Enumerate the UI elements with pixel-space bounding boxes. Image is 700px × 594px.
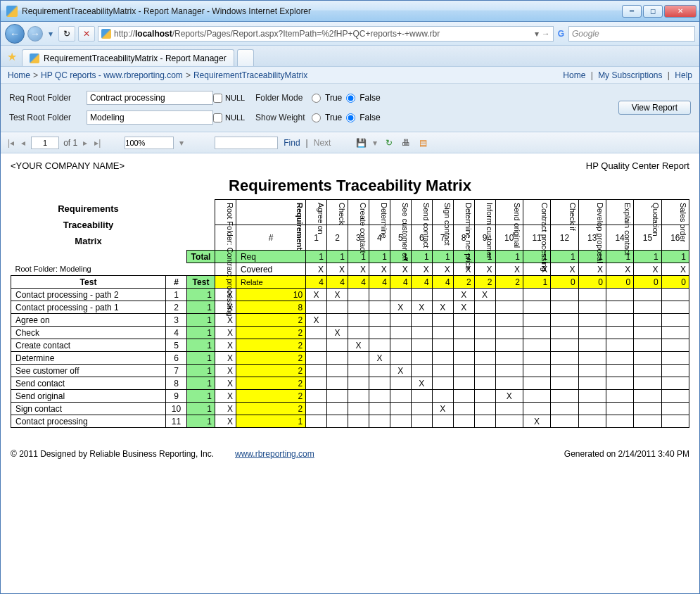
prev-page-button[interactable]: ◂ [20,138,27,148]
url-text: http://localhost/Reports/Pages/Report.as… [114,29,532,39]
test-index: 2 [166,301,187,314]
zoom-dropdown-icon[interactable]: ▾ [178,138,185,148]
report-source: HP Quality Center Report [586,160,689,171]
search-provider-button[interactable]: G [556,26,566,42]
matrix-cell [495,352,523,365]
covered-cell: X [474,263,495,276]
url-field[interactable]: http://localhost/Reports/Pages/Report.as… [98,26,554,42]
matrix-cell [306,365,327,377]
req-count: 1 [369,251,390,263]
test-total: 1 [187,314,215,327]
link-home[interactable]: Home [563,70,585,80]
matrix-cell [453,339,474,352]
table-row: See customer off71X2X [11,365,689,377]
window-maximize-button[interactable]: ◻ [643,5,663,18]
compat-view-icon[interactable]: → [542,29,550,39]
window-close-button[interactable]: ✕ [664,5,696,18]
back-button[interactable]: ← [5,24,25,44]
matrix-cell [327,415,348,428]
req-root-input[interactable] [87,91,213,105]
last-page-button[interactable]: ▸| [93,138,102,148]
refresh-report-button[interactable]: ↻ [383,137,395,149]
covered-cell: X [634,263,661,276]
matrix-cell [523,327,550,339]
matrix-cell [474,365,495,377]
covered-cell: X [369,263,390,276]
test-index: 4 [166,327,187,339]
link-subscriptions[interactable]: My Subscriptions [598,70,662,80]
test-relate: 2 [236,339,305,352]
test-root-input[interactable] [87,110,213,125]
link-help[interactable]: Help [675,70,692,80]
nav-history-dropdown[interactable]: ▾ [46,29,56,39]
relate-cell: 2 [495,276,523,289]
req-root-null-checkbox[interactable] [213,94,222,103]
feed-button[interactable]: ▤ [416,137,429,149]
matrix-cell [661,352,689,365]
covered-cell: X [495,263,523,276]
test-x: X [215,403,236,415]
folder-mode-true-radio[interactable] [312,94,321,103]
folder-mode-false-radio[interactable] [346,94,355,103]
refresh-button[interactable]: ↻ [58,26,75,42]
matrix-cell: X [390,301,411,314]
matrix-cell [327,365,348,377]
first-page-button[interactable]: |◂ [6,138,15,148]
matrix-cell [551,365,578,377]
footer-copyright: © 2011 Designed by Reliable Business Rep… [11,449,214,459]
matrix-cell [432,365,453,377]
company-name: <YOUR COMPANY NAME> [11,160,125,171]
export-dropdown-icon[interactable]: ▾ [371,138,378,148]
matrix-cell [634,415,661,428]
matrix-cell: X [411,301,432,314]
covered-cell: X [411,263,432,276]
show-weight-false-radio[interactable] [346,113,355,122]
table-row: Agree on31X2X [11,314,689,327]
tab-active[interactable]: RequirementTraceabilityMatrix - Report M… [22,49,234,66]
matrix-cell [348,352,369,365]
window-minimize-button[interactable]: ━ [622,5,642,18]
matrix-cell [578,301,606,314]
footer-link[interactable]: www.rbreporting.com [235,449,314,459]
print-button[interactable]: 🖶 [400,137,412,149]
matrix-cell [453,377,474,390]
url-dropdown-icon[interactable]: ▾ [535,29,539,39]
favorites-star-icon[interactable]: ★ [5,49,19,63]
find-button[interactable]: Find [282,138,301,148]
matrix-cell [606,390,633,403]
matrix-cell [606,327,633,339]
matrix-cell [474,301,495,314]
page-number-input[interactable] [31,137,59,149]
matrix-cell [551,377,578,390]
new-tab-button[interactable] [237,49,254,66]
matrix-cell [453,352,474,365]
breadcrumb-folder[interactable]: HP QC reports - www.rbreporting.com [41,70,183,80]
matrix-cell [474,415,495,428]
forward-button[interactable]: → [27,26,43,42]
browser-search-input[interactable]: Google [568,26,695,42]
matrix-cell [474,377,495,390]
show-weight-true-radio[interactable] [312,113,321,122]
req-count: 1 [306,251,327,263]
matrix-cell [411,365,432,377]
test-index: 11 [166,415,187,428]
find-input[interactable] [215,137,278,149]
matrix-cell [327,339,348,352]
export-button[interactable]: 💾 [355,137,367,149]
column-header: Send original [495,200,523,225]
breadcrumb-home[interactable]: Home [8,70,30,80]
next-page-button[interactable]: ▸ [82,138,89,148]
zoom-select[interactable] [125,137,174,149]
matrix-cell [578,365,606,377]
req-count: 1 [432,251,453,263]
matrix-cell [453,314,474,327]
test-root-null-checkbox[interactable] [213,113,222,122]
covered-cell: X [551,263,578,276]
column-number: 2 [327,225,348,251]
stop-button[interactable]: ✕ [78,26,95,42]
breadcrumb-page[interactable]: RequirementTraceabilityMatrix [193,70,307,80]
view-report-button[interactable]: View Report [618,101,691,115]
column-header: Inform customer [474,200,495,225]
find-next-button[interactable]: Next [312,138,333,148]
column-header: Contract processing [523,200,550,225]
